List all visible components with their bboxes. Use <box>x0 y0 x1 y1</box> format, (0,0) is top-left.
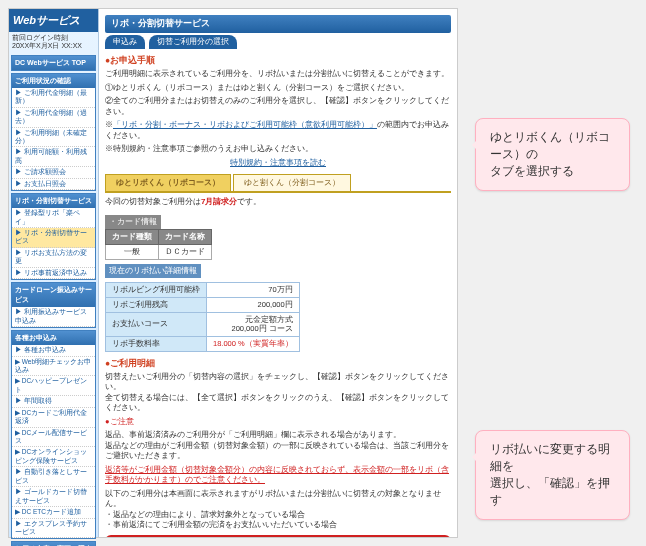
sidebar-item[interactable]: ▶ ゴールドカード切替えサービス <box>12 487 95 507</box>
subtab-select[interactable]: 切替ご利用分の選択 <box>149 35 237 49</box>
sidebar-item[interactable]: ▶ ご利用代金明細（最新） <box>12 88 95 108</box>
subtab-apply[interactable]: 申込み <box>105 35 145 49</box>
card-info-table: カード種類カード名称 一般ＤＣカード <box>105 229 212 260</box>
nav-group-usage: ご利用状況の確認 ▶ ご利用代金明細（最新）▶ ご利用代金明細（過去）▶ ご利用… <box>11 73 96 191</box>
section-usage: ●ご利用明細 <box>105 358 451 369</box>
rules-link[interactable]: 特別規約・注意事項を読む <box>230 158 326 167</box>
text-step2: ②全てのご利用分またはお切替えのみのご利用分を選択し、【確認】ボタンをクリックし… <box>105 96 451 117</box>
main-content: リボ・分割切替サービス 申込み 切替ご利用分の選択 ●お申込手順 ご利用明細に表… <box>99 9 457 537</box>
text-usage-guide: 切替えたいご利用分の「切替内容の選択」をチェックし、【確認】ボタンをクリックして… <box>105 372 451 414</box>
caution-title: ●ご注意 <box>105 417 451 428</box>
nav-group-apply: 各種お申込み ▶ 各種お申込み▶ Web明細チェックお申込み▶ DCハッピープレ… <box>11 330 96 539</box>
nav-group-change: お届け内容の変更・照会 ▶ 各種お届け▶ 暗証番号照会▶ パスワード変更▶ Eメ… <box>11 541 96 546</box>
sidebar-item[interactable]: ▶ ご請求額照会 <box>12 167 95 178</box>
sidebar-item[interactable]: ▶ DCメール配信サービス <box>12 428 95 448</box>
sidebar-item[interactable]: ▶ 各種お申込み <box>12 345 95 356</box>
sidebar-item[interactable]: ▶ 年間取得 <box>12 396 95 407</box>
callout-select-rows: リボ払いに変更する明細を 選択し、「確認」を押す <box>475 430 630 520</box>
callout-select-tab: ゆとリボくん（リボコース）の タブを選択する <box>475 118 630 191</box>
nav-top[interactable]: DC Webサービス TOP <box>11 55 96 71</box>
sidebar-item[interactable]: ▶ リボお支払方法の変更 <box>12 248 95 268</box>
app-window: Webサービス 前回ログイン時刻20XX年X月X日 XX:XX DC Webサー… <box>8 8 458 538</box>
section-apply-steps: ●お申込手順 <box>105 55 451 66</box>
sidebar-item[interactable]: ▶ 登録型リボ「楽ペイ」 <box>12 208 95 228</box>
sidebar-item[interactable]: ▶ エクスプレス予約サービス <box>12 519 95 539</box>
caution-excluded: 以下のご利用分は本画面に表示されますがリボ払いまたは分割払いに切替えの対象となり… <box>105 489 451 531</box>
revo-detail-head: 現在のリボ払い詳細情報 <box>105 264 201 278</box>
text-step1: ①ゆとリボくん（リボコース）またはゆと割くん（分割コース）をご選択ください。 <box>105 83 451 94</box>
caution-body: 返品、事前返済済みのご利用分が「ご利用明細」欄に表示される場合があります。 返品… <box>105 430 451 462</box>
caution-red: 返済等がご利用金額（切替対象金額分）の内容に反映されておらず、表示金額の一部をリ… <box>105 465 451 486</box>
tab-revo-course[interactable]: ゆとリボくん（リボコース） <box>105 174 231 191</box>
sidebar-item[interactable]: ▶ リボ・分割切替サービス <box>12 228 95 248</box>
text-note: ※特別規約・注意事項ご参照のうえお申し込みください。 <box>105 144 451 155</box>
sidebar-item[interactable]: ▶ DCカードご利用代金返済 <box>12 408 95 428</box>
limit-link[interactable]: 「リボ・分割・ボーナス・リボおよびご利用可能枠（意欲利用可能枠）」 <box>113 120 377 129</box>
text-limit: ※「リボ・分割・ボーナス・リボおよびご利用可能枠（意欲利用可能枠）」の範囲内でお… <box>105 120 451 141</box>
sidebar-item[interactable]: ▶ Web明細チェックお申込み <box>12 357 95 377</box>
usage-table-box: ご利用日ご利用内容ご利用区分切替対象金額切替内容の選択 20XX年9月1日XXX… <box>105 535 451 537</box>
login-info: 前回ログイン時刻20XX年X月X日 XX:XX <box>9 32 98 53</box>
sidebar-item[interactable]: ▶ DC ETCカード追加 <box>12 507 95 518</box>
sidebar-item[interactable]: ▶ DCハッピープレゼント <box>12 376 95 396</box>
sidebar-item[interactable]: ▶ 利用振込みサービス申込み <box>12 307 95 327</box>
sidebar-item[interactable]: ▶ 利用可能額・利用残高 <box>12 147 95 167</box>
sidebar-item[interactable]: ▶ 自動引き落としサービス <box>12 467 95 487</box>
page-title: リボ・分割切替サービス <box>105 15 451 33</box>
tab-split-course[interactable]: ゆと割くん（分割コース） <box>233 174 351 191</box>
nav-group-revo: リボ・分割切替サービス ▶ 登録型リボ「楽ペイ」▶ リボ・分割切替サービス▶ リ… <box>11 193 96 280</box>
sidebar-item[interactable]: ▶ DCオンラインショッピング保険サービス <box>12 447 95 467</box>
text-intro: ご利用明細に表示されているご利用分を、リボ払いまたは分割払いに切替えることができ… <box>105 69 451 80</box>
sub-tab-row: 申込み 切替ご利用分の選択 <box>105 35 451 49</box>
sidebar: Webサービス 前回ログイン時刻20XX年X月X日 XX:XX DC Webサー… <box>9 9 99 537</box>
sidebar-item[interactable]: ▶ ご利用代金明細（過去） <box>12 108 95 128</box>
nav-group-loan: カードローン振込みサービス ▶ 利用振込みサービス申込み <box>11 282 96 328</box>
card-info-head: ・カード情報 <box>105 215 161 229</box>
logo: Webサービス <box>9 9 98 32</box>
sidebar-item[interactable]: ▶ リボ事前返済申込み <box>12 268 95 279</box>
sidebar-item[interactable]: ▶ ご利用明細（未確定分） <box>12 128 95 148</box>
text-target-month: 今回の切替対象ご利用分は7月請求分です。 <box>105 197 451 207</box>
sidebar-item[interactable]: ▶ お支払日照会 <box>12 179 95 190</box>
course-tabs: ゆとリボくん（リボコース） ゆと割くん（分割コース） <box>105 174 451 191</box>
revo-detail-table: リボルビング利用可能枠70万円 リボご利用残高200,000円 お支払いコース元… <box>105 282 300 352</box>
